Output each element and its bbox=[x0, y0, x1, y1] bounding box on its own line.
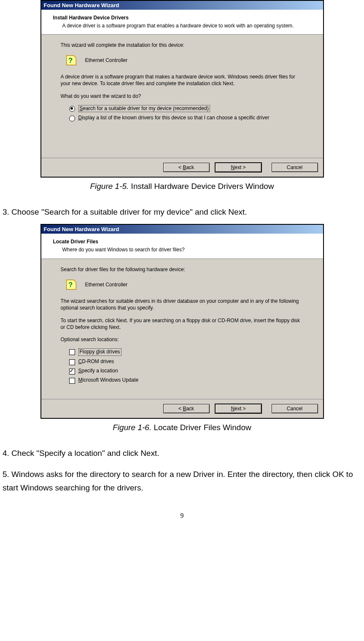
dialog-header: Install Hardware Device Drivers A device… bbox=[41, 10, 323, 35]
checkbox-icon bbox=[69, 378, 75, 384]
step-3-text: 3. Choose "Search for a suitable driver … bbox=[3, 205, 361, 219]
optional-locations-label: Optional search locations: bbox=[61, 337, 304, 342]
step-5-text: 5. Windows asks for the directory to sea… bbox=[3, 468, 361, 495]
device-row: ? Ethernet Controller bbox=[65, 278, 304, 291]
question-icon: ? bbox=[65, 278, 78, 291]
checkbox-icon bbox=[69, 369, 75, 374]
checkbox-floppy[interactable]: Floppy disk drives bbox=[69, 348, 304, 356]
device-name: Ethernet Controller bbox=[85, 57, 128, 63]
next-button[interactable]: Next > bbox=[215, 162, 262, 172]
step-4-text: 4. Check "Specify a location" and click … bbox=[3, 447, 361, 460]
svg-text:?: ? bbox=[68, 57, 72, 65]
dialog-header: Locate Driver Files Where do you want Wi… bbox=[41, 234, 323, 259]
wizard-question: What do you want the wizard to do? bbox=[61, 93, 304, 99]
question-icon: ? bbox=[65, 54, 78, 67]
checkbox-icon bbox=[69, 349, 75, 355]
checkbox-cdrom[interactable]: CD-ROM drives bbox=[69, 358, 304, 365]
cancel-button[interactable]: Cancel bbox=[272, 163, 318, 172]
next-button[interactable]: Next > bbox=[215, 404, 262, 414]
radio-label: Search for a suitable driver for my devi… bbox=[78, 105, 210, 113]
dialog-header-subtitle: A device driver is a software program th… bbox=[62, 22, 315, 29]
svg-text:?: ? bbox=[68, 280, 72, 288]
dialog-header-subtitle: Where do you want Windows to search for … bbox=[62, 246, 315, 253]
checkbox-label: Microsoft Windows Update bbox=[78, 377, 139, 384]
device-name: Ethernet Controller bbox=[85, 282, 128, 288]
page-number: 9 bbox=[0, 512, 364, 520]
install-drivers-dialog: Found New Hardware Wizard Install Hardwa… bbox=[40, 0, 324, 178]
dialog-button-row: < Back Next > Cancel bbox=[41, 158, 323, 177]
dialog-titlebar[interactable]: Found New Hardware Wizard bbox=[41, 225, 323, 234]
checkbox-windows-update[interactable]: Microsoft Windows Update bbox=[69, 377, 304, 384]
radio-label: Display a list of the known drivers for … bbox=[78, 115, 270, 121]
device-row: ? Ethernet Controller bbox=[65, 54, 304, 67]
checkbox-specify-location[interactable]: Specify a location bbox=[69, 368, 304, 374]
back-button[interactable]: < Back bbox=[163, 163, 210, 172]
search-prompt: Search for driver files for the followin… bbox=[61, 267, 304, 272]
search-explanation-1: The wizard searches for suitable drivers… bbox=[61, 298, 304, 311]
driver-explanation: A device driver is a software program th… bbox=[61, 73, 304, 87]
dialog-titlebar[interactable]: Found New Hardware Wizard bbox=[41, 1, 323, 10]
radio-icon bbox=[69, 106, 75, 112]
checkbox-label: CD-ROM drives bbox=[78, 358, 114, 365]
figure-1-5-caption: Figure 1-5. Install Hardware Device Driv… bbox=[0, 182, 364, 191]
dialog-header-title: Locate Driver Files bbox=[53, 239, 315, 245]
dialog-body: This wizard will complete the installati… bbox=[41, 35, 323, 158]
dialog-header-title: Install Hardware Device Drivers bbox=[53, 15, 315, 21]
checkbox-label: Floppy disk drives bbox=[78, 348, 121, 356]
checkbox-icon bbox=[69, 359, 75, 365]
locate-files-dialog: Found New Hardware Wizard Locate Driver … bbox=[40, 224, 324, 418]
search-explanation-2: To start the search, click Next. If you … bbox=[61, 317, 304, 331]
checkbox-label: Specify a location bbox=[78, 368, 118, 374]
radio-icon bbox=[69, 116, 75, 121]
dialog-body: Search for driver files for the followin… bbox=[41, 259, 323, 399]
figure-1-6-caption: Figure 1-6. Locate Driver Files Window bbox=[0, 423, 364, 432]
cancel-button[interactable]: Cancel bbox=[272, 404, 318, 413]
radio-search-suitable[interactable]: Search for a suitable driver for my devi… bbox=[69, 105, 304, 113]
back-button[interactable]: < Back bbox=[163, 404, 210, 413]
install-prompt: This wizard will complete the installati… bbox=[61, 42, 304, 48]
dialog-button-row: < Back Next > Cancel bbox=[41, 399, 323, 418]
radio-display-list[interactable]: Display a list of the known drivers for … bbox=[69, 115, 304, 121]
